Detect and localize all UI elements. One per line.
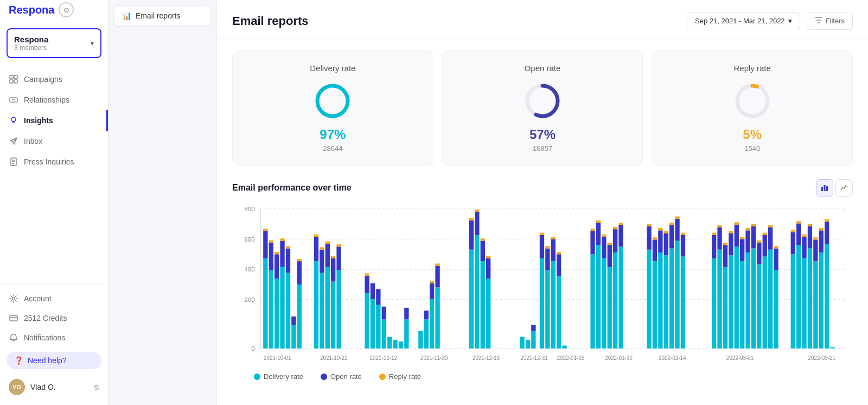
svg-rect-82 bbox=[404, 308, 409, 319]
svg-rect-60 bbox=[326, 267, 330, 349]
sidebar-item-relationships[interactable]: Relationships bbox=[0, 90, 108, 110]
svg-rect-125 bbox=[596, 223, 601, 245]
line-chart-toggle[interactable] bbox=[835, 179, 853, 197]
need-help-button[interactable]: ❓ Need help? bbox=[7, 352, 101, 369]
svg-rect-116 bbox=[551, 237, 556, 239]
page-title: Email reports bbox=[232, 14, 309, 28]
svg-rect-47 bbox=[286, 249, 290, 273]
filters-button[interactable]: Filters bbox=[807, 12, 853, 30]
date-range-label: Sep 21, 2021 - Mar 21, 2022 bbox=[695, 17, 785, 25]
svg-rect-172 bbox=[735, 246, 739, 349]
svg-point-18 bbox=[737, 86, 768, 116]
sidebar-item-insights[interactable]: Insights bbox=[0, 110, 108, 131]
svg-rect-164 bbox=[717, 227, 722, 250]
svg-rect-142 bbox=[653, 261, 657, 349]
svg-rect-34 bbox=[263, 258, 267, 349]
user-row: VO Vlad O. ⎋ bbox=[0, 374, 108, 401]
svg-rect-61 bbox=[326, 244, 330, 267]
svg-rect-20 bbox=[821, 187, 823, 191]
svg-rect-160 bbox=[712, 258, 716, 349]
svg-rect-207 bbox=[808, 224, 812, 226]
svg-rect-168 bbox=[723, 243, 727, 245]
sidebar-item-label: Press Inquiries bbox=[24, 157, 74, 166]
svg-rect-72 bbox=[371, 299, 375, 349]
svg-rect-58 bbox=[320, 250, 324, 273]
chevron-down-icon: ▾ bbox=[91, 40, 94, 47]
svg-rect-119 bbox=[557, 252, 561, 254]
breadcrumb-label: Email reports bbox=[136, 11, 180, 20]
svg-rect-12 bbox=[10, 315, 17, 321]
workspace-name: Respona bbox=[14, 35, 48, 44]
svg-rect-121 bbox=[590, 254, 595, 349]
svg-rect-39 bbox=[269, 241, 273, 243]
bar-chart-toggle[interactable] bbox=[816, 179, 833, 197]
bell-icon bbox=[9, 333, 18, 343]
svg-rect-182 bbox=[751, 226, 756, 249]
svg-rect-79 bbox=[393, 340, 397, 349]
svg-rect-118 bbox=[557, 254, 561, 276]
svg-rect-38 bbox=[269, 243, 273, 270]
svg-rect-132 bbox=[608, 243, 612, 245]
svg-rect-100 bbox=[481, 238, 485, 241]
breadcrumb-button[interactable]: 📊 Email reports bbox=[114, 5, 211, 26]
svg-rect-81 bbox=[404, 319, 409, 349]
svg-rect-198 bbox=[791, 230, 795, 232]
svg-rect-145 bbox=[658, 252, 662, 349]
delivery-rate-donut bbox=[313, 81, 352, 121]
sidebar-item-press-inquiries[interactable]: Press Inquiries bbox=[0, 151, 108, 172]
svg-rect-124 bbox=[596, 245, 601, 349]
svg-rect-48 bbox=[286, 246, 290, 248]
svg-text:2022-03-01: 2022-03-01 bbox=[726, 355, 754, 361]
sidebar-item-campaigns[interactable]: Campaigns bbox=[0, 69, 108, 90]
svg-text:600: 600 bbox=[245, 236, 255, 243]
svg-rect-80 bbox=[399, 341, 403, 349]
svg-text:2021-10-22: 2021-10-22 bbox=[320, 355, 348, 361]
svg-rect-204 bbox=[802, 235, 806, 237]
svg-rect-202 bbox=[802, 258, 806, 349]
sidebar-item-label: Relationships bbox=[24, 96, 69, 104]
open-rate-donut bbox=[523, 81, 562, 121]
notifications-item[interactable]: Notifications bbox=[0, 328, 108, 347]
svg-rect-56 bbox=[314, 235, 318, 237]
svg-rect-169 bbox=[729, 255, 733, 348]
svg-rect-67 bbox=[336, 246, 341, 270]
svg-rect-129 bbox=[602, 235, 606, 237]
svg-rect-141 bbox=[647, 224, 651, 226]
svg-rect-85 bbox=[424, 311, 429, 319]
logout-icon[interactable]: ⎋ bbox=[94, 382, 99, 392]
svg-rect-22 bbox=[826, 186, 828, 191]
svg-rect-95 bbox=[475, 235, 479, 349]
svg-rect-70 bbox=[365, 276, 369, 293]
gear-icon bbox=[9, 294, 18, 303]
open-rate-count: 16857 bbox=[533, 144, 552, 153]
svg-rect-197 bbox=[791, 232, 795, 255]
svg-rect-191 bbox=[768, 227, 773, 250]
nav-section: Campaigns Relationships Insights Inbox bbox=[0, 69, 108, 284]
svg-rect-1 bbox=[14, 75, 17, 79]
svg-rect-211 bbox=[819, 252, 824, 349]
filter-icon bbox=[815, 16, 822, 26]
svg-rect-64 bbox=[331, 258, 335, 282]
account-item[interactable]: Account bbox=[0, 289, 108, 308]
svg-rect-71 bbox=[365, 274, 369, 276]
main-content: Email reports Sep 21, 2021 - Mar 21, 202… bbox=[217, 0, 868, 405]
svg-rect-44 bbox=[280, 241, 284, 267]
credits-icon bbox=[9, 313, 18, 323]
svg-rect-90 bbox=[435, 266, 439, 288]
svg-rect-0 bbox=[10, 75, 13, 79]
chart-legend: Delivery rate Open rate Reply rate bbox=[232, 372, 853, 381]
date-range-button[interactable]: Sep 21, 2021 - Mar 21, 2022 ▾ bbox=[687, 12, 800, 29]
svg-rect-89 bbox=[435, 287, 439, 349]
workspace-members: 3 members bbox=[14, 44, 48, 52]
svg-rect-175 bbox=[740, 261, 744, 349]
history-icon[interactable]: ⊙ bbox=[59, 2, 74, 17]
sidebar-item-inbox[interactable]: Inbox bbox=[0, 131, 108, 151]
bottom-item-label: Notifications bbox=[24, 333, 65, 342]
svg-rect-112 bbox=[545, 249, 550, 270]
svg-text:0: 0 bbox=[251, 345, 254, 352]
svg-rect-109 bbox=[540, 235, 544, 258]
credits-item[interactable]: 2512 Credits bbox=[0, 308, 108, 328]
svg-rect-203 bbox=[802, 237, 806, 258]
svg-rect-54 bbox=[314, 261, 318, 349]
workspace-selector[interactable]: Respona 3 members ▾ bbox=[7, 28, 101, 58]
